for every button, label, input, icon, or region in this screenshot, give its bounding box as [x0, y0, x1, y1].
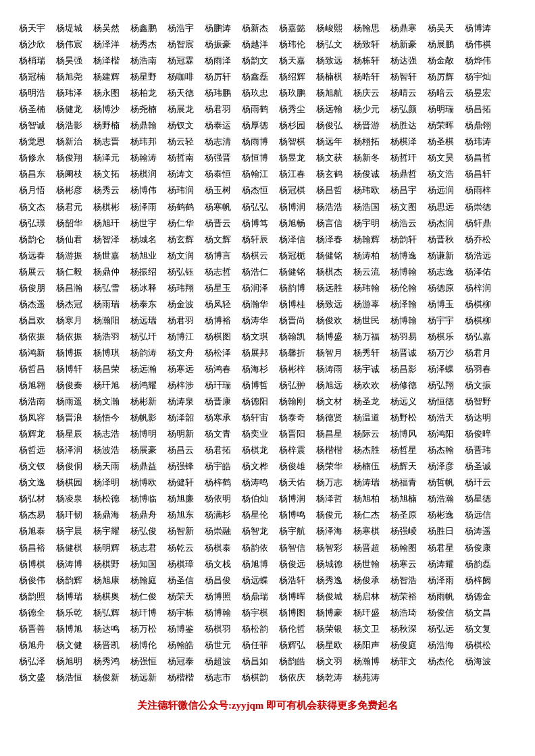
list-item: 杨超波 [199, 653, 236, 670]
list-item: 杨文浩 [422, 166, 459, 182]
list-item: 杨远义 [385, 394, 422, 410]
list-item: 杨泽蝶 [422, 361, 459, 377]
list-item: 杨鼎海 [88, 507, 125, 523]
list-item: 杨博翰 [385, 313, 422, 329]
list-item: 杨旭廉 [162, 491, 199, 507]
list-item: 杨世宇 [125, 215, 162, 232]
list-item: 杨旭明 [51, 653, 88, 670]
list-item: 杨万福 [348, 329, 385, 345]
list-item: 杨泽雨 [125, 199, 162, 215]
list-item: 杨弘材 [14, 491, 51, 507]
list-item: 杨弘弘 [236, 199, 274, 215]
list-item: 杨雨瑞 [88, 296, 125, 313]
list-item: 杨玖忠 [236, 85, 274, 101]
list-item: 杨泽元 [88, 150, 125, 166]
list-item: 杨昌星 [311, 426, 348, 442]
list-item: 杨圣信 [162, 572, 199, 589]
list-item: 杨杰恒 [236, 182, 274, 198]
list-item: 杨凤容 [14, 410, 51, 426]
list-item: 杨旭舟 [14, 637, 51, 653]
list-item: 杨博瑞 [51, 589, 88, 605]
list-item: 杨振豪 [199, 36, 236, 53]
list-item: 杨泽雨 [422, 572, 459, 589]
list-item: 杨浩轩 [274, 572, 311, 589]
list-item: 杨万松 [125, 621, 162, 637]
list-item: 杨弘辉 [88, 605, 125, 621]
list-item: 杨悟今 [88, 410, 125, 426]
list-item: 杨旭畅 [274, 215, 311, 232]
list-item: 杨玮欧 [348, 182, 385, 198]
list-item: 杨晋凯 [88, 637, 125, 653]
list-item: 杨弘俊 [125, 523, 162, 539]
list-item: 杨涛遥 [459, 523, 496, 539]
list-item: 杨俊伟 [14, 572, 51, 589]
list-item: 杨博翰 [199, 605, 236, 621]
list-item: 杨棋泰 [199, 540, 236, 556]
list-item: 杨冠泰 [162, 653, 199, 670]
list-item: 杨宇栋 [162, 605, 199, 621]
list-item: 杨达强 [385, 53, 422, 69]
list-item: 杨健铭 [311, 248, 348, 264]
list-item: 杨棋羽 [199, 621, 236, 637]
list-item: 杨旭玕 [88, 215, 125, 232]
list-item: 杨星德 [459, 491, 496, 507]
list-item: 杨雨梓 [459, 182, 496, 198]
list-item: 杨游振 [51, 248, 88, 264]
list-item: 杨仁毅 [51, 264, 88, 280]
list-item: 杨梓鹤 [199, 475, 236, 491]
list-item: 杨浩羽 [88, 329, 125, 345]
list-item: 杨旭翱 [14, 377, 51, 394]
list-item: 杨韵皓 [274, 653, 311, 670]
list-item: 杨昱龙 [274, 150, 311, 166]
list-item: 杨星野 [125, 69, 162, 85]
list-item: 杨博涛 [459, 20, 496, 36]
list-item: 杨胜日 [422, 523, 459, 539]
list-item: 杨轩辰 [236, 232, 274, 248]
list-item: 杨鼎翎 [459, 117, 496, 134]
list-item: 杨文桦 [236, 458, 274, 475]
list-item: 杨玮翰 [348, 280, 385, 296]
list-item: 杨冠棋 [274, 182, 311, 198]
list-item: 杨棋杰 [311, 264, 348, 280]
list-item: 杨志君 [125, 540, 162, 556]
list-item: 杨文获 [311, 150, 348, 166]
list-item: 杨旭泰 [14, 523, 51, 539]
list-item: 杨博振 [51, 345, 88, 361]
list-item: 杨鼎舟 [125, 507, 162, 523]
list-item: 杨文青 [199, 426, 236, 442]
list-item: 杨强崚 [385, 523, 422, 539]
list-item: 杨宇皓 [199, 458, 236, 475]
list-item: 杨博言 [199, 248, 236, 264]
list-item: 杨德金 [459, 589, 496, 605]
list-item: 杨弘钰 [162, 264, 199, 280]
list-item: 杨韵辉 [51, 572, 88, 589]
list-item: 杨远信 [459, 507, 496, 523]
list-item: 杨翰涛 [125, 150, 162, 166]
list-item: 杨展龙 [162, 101, 199, 117]
list-item: 杨乾云 [162, 540, 199, 556]
list-item: 杨峻熙 [311, 20, 348, 36]
list-item: 杨彬新 [125, 394, 162, 410]
list-item: 杨涛博 [51, 556, 88, 572]
list-item: 杨涛文 [162, 166, 199, 182]
list-item: 杨厚德 [236, 117, 274, 134]
list-item: 杨俊诚 [348, 166, 385, 182]
list-item: 杨文复 [459, 621, 496, 637]
list-item: 杨文盛 [14, 670, 51, 686]
list-item: 杨旭东 [162, 507, 199, 523]
list-item: 杨秀逸 [311, 572, 348, 589]
list-item: 杨翰凯 [274, 329, 311, 345]
list-item: 杨泰运 [199, 117, 236, 134]
list-item: 杨弘璟 [14, 215, 51, 232]
list-item: 杨弘泽 [14, 653, 51, 670]
list-item: 杨秋深 [385, 621, 422, 637]
list-item: 杨帆影 [125, 410, 162, 426]
list-item: 杨俊侗 [51, 458, 88, 475]
list-item: 杨任菲 [236, 637, 274, 653]
list-item: 杨昌拓 [459, 101, 496, 117]
list-item: 杨杰伦 [422, 653, 459, 670]
list-item: 杨俊元 [311, 507, 348, 523]
list-item: 杨君羽 [199, 101, 236, 117]
list-item: 杨波浩 [88, 442, 125, 458]
list-item: 杨星欧 [311, 637, 348, 653]
